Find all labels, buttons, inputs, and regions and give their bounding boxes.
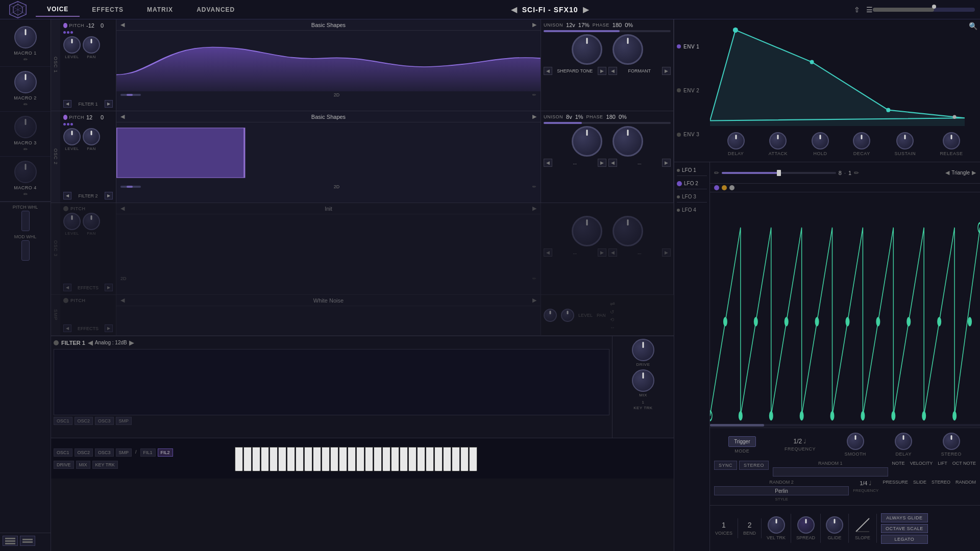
env-delay-knob[interactable] <box>727 132 745 149</box>
filter1-curve[interactable] <box>54 349 609 415</box>
spread-knob[interactable] <box>797 516 815 534</box>
smp-filter-next-btn[interactable]: ▶ <box>105 324 113 332</box>
osc3-wave-canvas[interactable] <box>116 214 541 275</box>
legato-btn[interactable]: LEGATO <box>881 535 928 544</box>
piano-key-white[interactable] <box>408 447 416 471</box>
piano-key-white[interactable] <box>374 447 382 471</box>
src-btn-osc3[interactable]: OSC3 <box>95 448 114 457</box>
src-btn-fil2[interactable]: FIL2 <box>158 448 173 457</box>
piano-key-white[interactable] <box>356 447 364 471</box>
piano-key-white[interactable] <box>365 447 373 471</box>
mod-wheel[interactable] <box>21 240 30 261</box>
piano-key-white[interactable] <box>417 447 425 471</box>
osc3-effect2-prev[interactable]: ◀ <box>608 248 617 257</box>
env-curve-area[interactable] <box>710 19 965 126</box>
osc2-effect2-prev[interactable]: ◀ <box>608 159 617 167</box>
piano-key-white[interactable] <box>243 447 252 471</box>
src-btn-osc1[interactable]: OSC1 <box>54 448 72 457</box>
osc3-filter-next-btn[interactable]: ▶ <box>105 284 113 291</box>
osc2-active-dot[interactable] <box>63 115 67 120</box>
random1-input[interactable] <box>773 467 888 477</box>
tab-voice[interactable]: VOICE <box>36 3 80 17</box>
filter1-src-osc3[interactable]: OSC3 <box>95 417 114 425</box>
osc2-unison-slider[interactable] <box>544 122 671 124</box>
src-btn-fil1[interactable]: FIL1 <box>140 448 156 457</box>
src-btn-smp[interactable]: SMP <box>116 448 132 457</box>
lfo1-rate-slider[interactable] <box>722 172 836 174</box>
osc2-wave-canvas[interactable] <box>116 122 541 183</box>
osc3-wave-prev-btn[interactable]: ◀ <box>120 205 125 212</box>
osc1-wave-prev-btn[interactable]: ◀ <box>120 21 125 28</box>
lfo-mode-dot-gray[interactable] <box>729 185 734 190</box>
env-search-icon[interactable]: 🔍 <box>969 22 977 30</box>
osc3-effect1-prev[interactable]: ◀ <box>544 248 552 257</box>
filter1-next-btn[interactable]: ▶ <box>129 339 134 346</box>
osc2-phase-knob[interactable] <box>612 126 643 157</box>
env1-label-item[interactable]: ENV 1 <box>677 44 707 49</box>
macro-4-edit-icon[interactable]: ✏ <box>23 191 28 197</box>
macro-2-knob[interactable] <box>14 71 37 93</box>
osc2-filter-next-btn[interactable]: ▶ <box>105 192 113 199</box>
pitch-wheel[interactable] <box>21 211 30 231</box>
osc2-effect1-next[interactable]: ▶ <box>598 159 606 167</box>
piano-key-white[interactable] <box>348 447 356 471</box>
env-release-knob[interactable] <box>943 132 960 149</box>
osc3-active-dot[interactable] <box>63 206 68 211</box>
osc3-uni-knob[interactable] <box>572 216 602 246</box>
macro-1-edit-icon[interactable]: ✏ <box>23 57 28 62</box>
osc1-pan-knob[interactable] <box>83 36 100 54</box>
lfo3-label-item[interactable]: LFO 3 <box>677 191 707 203</box>
piano-key-white[interactable] <box>313 447 321 471</box>
lfo1-wave-next-btn[interactable]: ▶ <box>972 169 976 176</box>
lfo-stereo-btn[interactable]: STEREO <box>739 461 769 470</box>
osc1-filter-prev-btn[interactable]: ◀ <box>63 100 71 108</box>
env-attack-knob[interactable] <box>769 132 787 149</box>
smp-wave-next-btn[interactable]: ▶ <box>532 297 536 304</box>
env2-label-item[interactable]: ENV 2 <box>677 88 707 93</box>
lfo-mode-dot-gold[interactable] <box>722 185 727 190</box>
osc1-level-knob[interactable] <box>63 36 81 54</box>
osc2-wave-prev-btn[interactable]: ◀ <box>120 113 125 120</box>
lfo-delay-knob[interactable] <box>895 433 912 450</box>
tab-effects[interactable]: EFFECTS <box>81 3 135 17</box>
macro-2-edit-icon[interactable]: ✏ <box>23 102 28 107</box>
piano-key-white[interactable] <box>443 447 451 471</box>
lfo1-edit-icon2[interactable]: ✏ <box>854 169 859 177</box>
smp-wave-prev-btn[interactable]: ◀ <box>120 297 125 304</box>
piano-key-white[interactable] <box>287 447 295 471</box>
piano-key-white[interactable] <box>235 447 243 471</box>
filter1-active-dot[interactable] <box>54 340 59 345</box>
lfo-mode-dot-purple[interactable] <box>714 185 719 190</box>
macro-3-knob[interactable] <box>14 116 37 138</box>
piano-key-white[interactable] <box>426 447 434 471</box>
piano-key-white[interactable] <box>304 447 312 471</box>
smp-pan-knob[interactable] <box>561 309 574 322</box>
smp-loop-icon[interactable]: ⟲ <box>610 317 615 322</box>
piano-key-white[interactable] <box>460 447 469 471</box>
smp-shuffle-icon[interactable]: ⇌ <box>610 300 615 307</box>
osc3-effect2-next[interactable]: ▶ <box>662 248 671 257</box>
env-hold-knob[interactable] <box>812 132 829 149</box>
osc3-phase-knob[interactable] <box>612 216 643 246</box>
env3-label-item[interactable]: ENV 3 <box>677 132 707 137</box>
src-btn-drive[interactable]: DRIVE <box>54 461 74 469</box>
filter1-src-smp[interactable]: SMP <box>116 417 132 425</box>
osc1-wave-scrollbar[interactable] <box>120 94 141 96</box>
piano-key-white[interactable] <box>252 447 260 471</box>
osc1-wave-canvas[interactable] <box>116 31 541 91</box>
tab-advanced[interactable]: ADVANCED <box>185 3 246 17</box>
piano-key-white[interactable] <box>391 447 399 471</box>
lfo-stereo-knob[interactable] <box>943 433 960 450</box>
smp-random-icon[interactable]: ↺ <box>610 309 615 315</box>
osc1-phase-knob[interactable] <box>612 34 643 65</box>
piano-key-white[interactable] <box>469 447 477 471</box>
lfo4-label-item[interactable]: LFO 4 <box>677 205 707 215</box>
osc1-unison-slider[interactable] <box>544 30 671 32</box>
osc2-level-knob[interactable] <box>63 128 81 145</box>
osc1-filter-next-btn[interactable]: ▶ <box>105 100 113 108</box>
src-btn-osc2[interactable]: OSC2 <box>75 448 93 457</box>
octave-scale-btn[interactable]: OCTAVE SCALE <box>881 524 928 533</box>
macro-4-knob[interactable] <box>14 161 37 183</box>
lfo1-slider-thumb[interactable] <box>777 170 781 176</box>
osc1-wave-next-btn[interactable]: ▶ <box>532 21 536 28</box>
